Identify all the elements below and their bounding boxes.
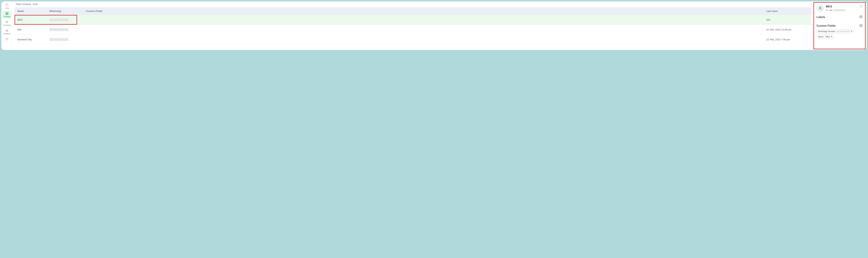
main-content: Total Contacts: 1016 Name WhatsApp Custo…	[12, 1, 813, 50]
cell-whatsapp	[49, 19, 86, 21]
sidebar-item-contacts[interactable]: Contacts	[2, 11, 11, 19]
chip-whatsapp-number[interactable]: Whatsapp Number ✕	[816, 29, 854, 33]
column-header-custom-fields[interactable]: Custom Fields	[86, 10, 766, 12]
cell-custom-fields	[86, 19, 766, 21]
cell-custom-fields	[86, 38, 766, 41]
gear-icon	[5, 37, 9, 41]
cell-last-seen: N/A	[766, 19, 811, 21]
add-custom-field-button[interactable]	[859, 24, 863, 28]
redacted-value	[836, 31, 850, 32]
table-header: Name WhatsApp Custom Fields Last Seen	[14, 7, 811, 15]
bot-icon	[5, 29, 9, 32]
redacted-value	[49, 19, 68, 21]
cell-last-seen: 22 Feb, 2023 12:00 pm	[766, 28, 811, 31]
cell-custom-fields	[86, 28, 766, 31]
column-header-whatsapp[interactable]: WhatsApp	[49, 10, 86, 12]
contact-details-panel: MKS +91 Labels Cus	[813, 2, 866, 49]
phone-prefix: +91	[829, 9, 833, 12]
svg-point-2	[7, 13, 7, 13]
app-root: Chat Contacts Campaign Chatbots To	[1, 1, 867, 50]
svg-point-7	[820, 7, 821, 8]
column-header-last-seen[interactable]: Last Seen	[766, 10, 811, 12]
contacts-icon	[5, 12, 9, 15]
table-row[interactable]: Animesh Dey 22 Feb, 2023 7:44 pm	[14, 35, 811, 44]
svg-point-8	[860, 5, 862, 7]
chip-label: Name	[818, 36, 824, 38]
svg-point-0	[6, 4, 8, 6]
open-chat-button[interactable]	[860, 5, 863, 8]
redacted-value	[49, 38, 68, 41]
sidebar-item-label: Chatbots	[3, 33, 10, 35]
megaphone-icon	[5, 20, 9, 24]
detail-phone: +91	[826, 9, 863, 12]
detail-contact-name: MKS	[826, 5, 832, 8]
custom-fields-chips: Whatsapp Number ✕ Name : MKS ✕	[816, 28, 863, 39]
sidebar-item-chat[interactable]: Chat	[4, 2, 10, 10]
sidebar-item-campaign[interactable]: Campaign	[2, 20, 12, 27]
sidebar: Chat Contacts Campaign Chatbots	[1, 1, 12, 50]
labels-section-header: Labels	[816, 15, 863, 19]
total-contacts-label: Total Contacts: 1016	[14, 2, 811, 7]
detail-header: MKS +91	[816, 4, 863, 12]
sidebar-item-chatbots[interactable]: Chatbots	[2, 28, 11, 35]
column-header-name[interactable]: Name	[14, 10, 49, 12]
redacted-value	[833, 9, 845, 11]
chip-label: Whatsapp Number	[818, 30, 835, 33]
cell-name: MKS	[14, 19, 49, 21]
chip-remove-button[interactable]: ✕	[850, 30, 852, 33]
sidebar-item-settings[interactable]	[4, 36, 10, 42]
cell-last-seen: 22 Feb, 2023 7:44 pm	[766, 38, 811, 41]
table-row[interactable]: N/A 22 Feb, 2023 12:00 pm	[14, 25, 811, 35]
chip-separator: :	[824, 36, 825, 38]
svg-point-5	[7, 31, 8, 31]
redacted-value	[49, 28, 68, 31]
sidebar-item-label: Contacts	[3, 16, 10, 18]
chat-icon	[5, 3, 9, 7]
labels-title: Labels	[816, 15, 825, 19]
chip-name[interactable]: Name : MKS ✕	[816, 35, 834, 39]
svg-rect-3	[6, 30, 8, 31]
cell-name: Animesh Dey	[14, 38, 49, 41]
svg-point-4	[6, 31, 7, 31]
table-row[interactable]: MKS N/A	[14, 15, 811, 25]
custom-fields-title: Custom Fields	[816, 24, 836, 27]
svg-point-6	[7, 39, 7, 40]
cell-whatsapp	[49, 28, 86, 31]
cell-name: N/A	[14, 28, 49, 31]
custom-fields-section-header: Custom Fields	[816, 24, 863, 28]
cell-whatsapp	[49, 38, 86, 41]
sidebar-item-label: Chat	[5, 7, 9, 9]
add-label-button[interactable]	[859, 15, 863, 19]
chip-remove-button[interactable]: ✕	[831, 35, 833, 38]
sidebar-item-label: Campaign	[3, 24, 11, 26]
avatar	[816, 4, 824, 12]
phone-icon	[826, 9, 828, 12]
chip-value: MKS	[826, 36, 830, 38]
